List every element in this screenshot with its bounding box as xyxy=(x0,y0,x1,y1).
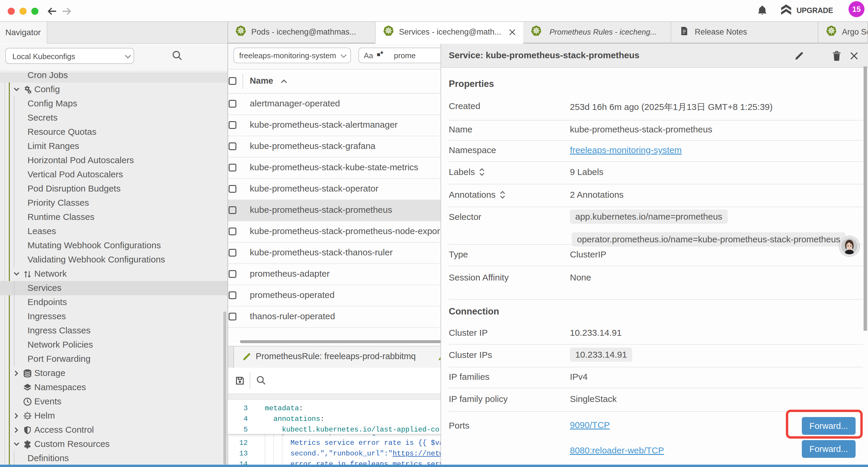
svg-text:HELM: HELM xyxy=(25,415,30,417)
